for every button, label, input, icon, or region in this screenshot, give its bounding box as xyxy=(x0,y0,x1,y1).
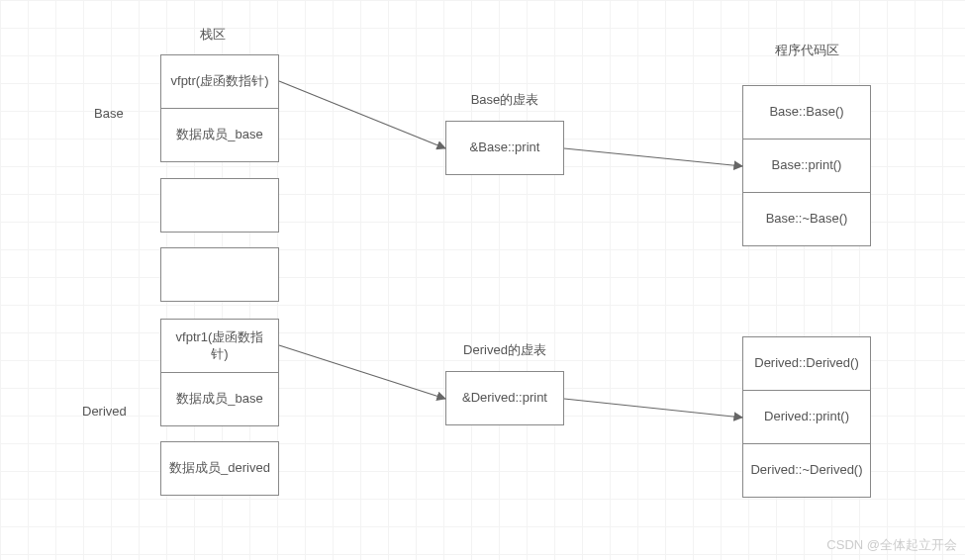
derived-print-cell: Derived::print() xyxy=(742,390,871,444)
watermark: CSDN @全体起立开会 xyxy=(826,536,957,554)
cell-text: Derived::~Derived() xyxy=(750,462,862,479)
cell-text: &Base::print xyxy=(470,140,540,156)
empty-cell-1 xyxy=(160,178,279,233)
cell-text: Base::Base() xyxy=(769,104,843,121)
base-vtable-cell: &Base::print xyxy=(445,121,564,175)
cell-text: Base::print() xyxy=(772,157,842,174)
derived-vtable-cell: &Derived::print xyxy=(445,371,564,425)
cell-text: Derived::Derived() xyxy=(754,355,858,372)
derived-member1-cell: 数据成员_base xyxy=(160,372,279,426)
base-side-label: Base xyxy=(94,106,124,121)
cell-text: 数据成员_base xyxy=(176,391,262,408)
cell-text: vfptr1(虚函数指针) xyxy=(167,329,272,363)
stack-header: 栈区 xyxy=(188,26,238,44)
base-member-cell: 数据成员_base xyxy=(160,108,279,162)
derived-side-label: Derived xyxy=(82,404,127,419)
cell-text: Derived::print() xyxy=(764,409,849,425)
derived-vfptr-cell: vfptr1(虚函数指针) xyxy=(160,319,279,373)
cell-text: vfptr(虚函数指针) xyxy=(171,73,269,90)
base-dtor-cell: Base::~Base() xyxy=(742,192,871,246)
base-vfptr-cell: vfptr(虚函数指针) xyxy=(160,54,279,109)
code-header: 程序代码区 xyxy=(757,42,856,59)
base-ctor-cell: Base::Base() xyxy=(742,85,871,140)
cell-text: &Derived::print xyxy=(462,390,547,407)
base-vtable-label: Base的虚表 xyxy=(445,91,564,109)
empty-cell-2 xyxy=(160,247,279,302)
derived-vtable-label: Derived的虚表 xyxy=(445,341,564,359)
derived-ctor-cell: Derived::Derived() xyxy=(742,336,871,391)
derived-member2-cell: 数据成员_derived xyxy=(160,441,279,496)
derived-dtor-cell: Derived::~Derived() xyxy=(742,443,871,498)
base-print-cell: Base::print() xyxy=(742,139,871,193)
cell-text: 数据成员_derived xyxy=(169,460,270,477)
cell-text: Base::~Base() xyxy=(766,211,848,228)
cell-text: 数据成员_base xyxy=(176,127,262,143)
